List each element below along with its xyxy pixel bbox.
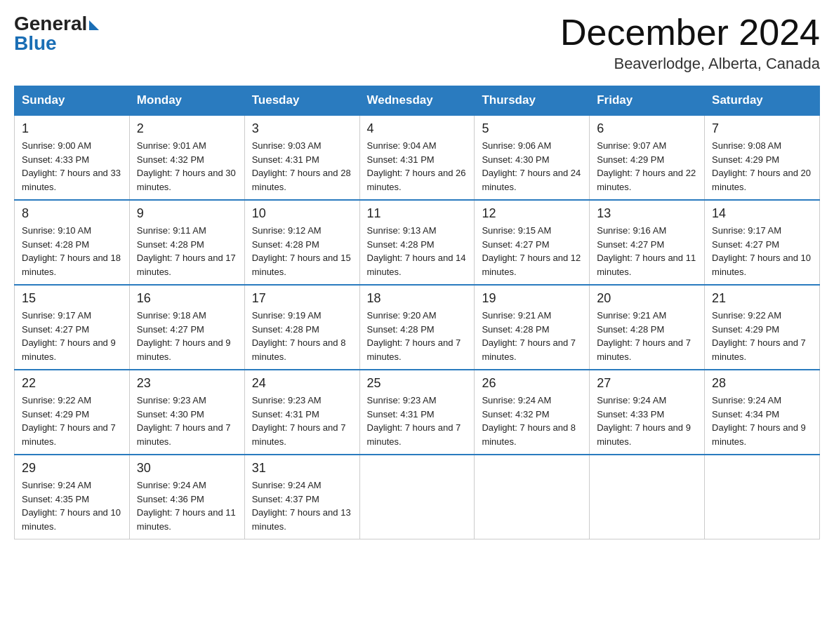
- calendar-cell: 8 Sunrise: 9:10 AMSunset: 4:28 PMDayligh…: [15, 200, 130, 285]
- day-info: Sunrise: 9:07 AMSunset: 4:29 PMDaylight:…: [597, 140, 696, 192]
- day-info: Sunrise: 9:23 AMSunset: 4:31 PMDaylight:…: [367, 395, 461, 447]
- day-number: 12: [482, 206, 582, 221]
- calendar-cell: 25 Sunrise: 9:23 AMSunset: 4:31 PMDaylig…: [359, 370, 475, 455]
- day-number: 10: [252, 206, 352, 221]
- title-area: December 2024 Beaverlodge, Alberta, Cana…: [560, 14, 820, 73]
- calendar-cell: 15 Sunrise: 9:17 AMSunset: 4:27 PMDaylig…: [15, 285, 130, 370]
- day-info: Sunrise: 9:24 AMSunset: 4:37 PMDaylight:…: [252, 480, 351, 532]
- day-header-saturday: Saturday: [705, 86, 820, 116]
- day-number: 17: [252, 291, 352, 306]
- calendar-cell: 2 Sunrise: 9:01 AMSunset: 4:32 PMDayligh…: [129, 115, 244, 200]
- calendar-cell: [590, 455, 705, 539]
- day-info: Sunrise: 9:03 AMSunset: 4:31 PMDaylight:…: [252, 140, 351, 192]
- day-info: Sunrise: 9:10 AMSunset: 4:28 PMDaylight:…: [22, 225, 121, 277]
- day-number: 16: [137, 291, 237, 306]
- day-number: 22: [22, 376, 122, 391]
- logo-arrow-icon: [89, 20, 99, 30]
- day-number: 2: [137, 121, 237, 136]
- day-number: 27: [597, 376, 697, 391]
- day-header-tuesday: Tuesday: [244, 86, 359, 116]
- day-info: Sunrise: 9:01 AMSunset: 4:32 PMDaylight:…: [137, 140, 236, 192]
- day-info: Sunrise: 9:17 AMSunset: 4:27 PMDaylight:…: [712, 225, 811, 277]
- day-info: Sunrise: 9:21 AMSunset: 4:28 PMDaylight:…: [597, 310, 691, 362]
- calendar-cell: 10 Sunrise: 9:12 AMSunset: 4:28 PMDaylig…: [244, 200, 359, 285]
- day-info: Sunrise: 9:23 AMSunset: 4:30 PMDaylight:…: [137, 395, 231, 447]
- day-number: 29: [22, 461, 122, 476]
- day-info: Sunrise: 9:22 AMSunset: 4:29 PMDaylight:…: [712, 310, 806, 362]
- day-info: Sunrise: 9:24 AMSunset: 4:34 PMDaylight:…: [712, 395, 806, 447]
- day-info: Sunrise: 9:13 AMSunset: 4:28 PMDaylight:…: [367, 225, 466, 277]
- day-number: 7: [712, 121, 812, 136]
- day-info: Sunrise: 9:15 AMSunset: 4:27 PMDaylight:…: [482, 225, 581, 277]
- calendar-cell: 12 Sunrise: 9:15 AMSunset: 4:27 PMDaylig…: [475, 200, 590, 285]
- calendar-cell: 1 Sunrise: 9:00 AMSunset: 4:33 PMDayligh…: [15, 115, 130, 200]
- day-info: Sunrise: 9:00 AMSunset: 4:33 PMDaylight:…: [22, 140, 121, 192]
- day-number: 28: [712, 376, 812, 391]
- day-number: 19: [482, 291, 582, 306]
- day-info: Sunrise: 9:12 AMSunset: 4:28 PMDaylight:…: [252, 225, 351, 277]
- calendar-cell: 7 Sunrise: 9:08 AMSunset: 4:29 PMDayligh…: [705, 115, 820, 200]
- day-number: 21: [712, 291, 812, 306]
- calendar-cell: 18 Sunrise: 9:20 AMSunset: 4:28 PMDaylig…: [359, 285, 475, 370]
- day-number: 4: [367, 121, 468, 136]
- page-header: General Blue December 2024 Beaverlodge, …: [14, 14, 820, 73]
- day-number: 8: [22, 206, 122, 221]
- day-info: Sunrise: 9:24 AMSunset: 4:36 PMDaylight:…: [137, 480, 236, 532]
- calendar-cell: [359, 455, 475, 539]
- calendar-cell: 30 Sunrise: 9:24 AMSunset: 4:36 PMDaylig…: [129, 455, 244, 539]
- month-title: December 2024: [560, 14, 820, 51]
- calendar-cell: 20 Sunrise: 9:21 AMSunset: 4:28 PMDaylig…: [590, 285, 705, 370]
- day-number: 14: [712, 206, 812, 221]
- day-info: Sunrise: 9:22 AMSunset: 4:29 PMDaylight:…: [22, 395, 116, 447]
- day-number: 31: [252, 461, 352, 476]
- calendar-week-row: 8 Sunrise: 9:10 AMSunset: 4:28 PMDayligh…: [15, 200, 820, 285]
- logo-general-text: General: [14, 14, 87, 34]
- calendar-table: SundayMondayTuesdayWednesdayThursdayFrid…: [14, 86, 820, 539]
- day-number: 23: [137, 376, 237, 391]
- day-number: 3: [252, 121, 352, 136]
- calendar-cell: 3 Sunrise: 9:03 AMSunset: 4:31 PMDayligh…: [244, 115, 359, 200]
- calendar-cell: 5 Sunrise: 9:06 AMSunset: 4:30 PMDayligh…: [475, 115, 590, 200]
- calendar-cell: 14 Sunrise: 9:17 AMSunset: 4:27 PMDaylig…: [705, 200, 820, 285]
- day-number: 11: [367, 206, 468, 221]
- calendar-cell: [705, 455, 820, 539]
- calendar-cell: 13 Sunrise: 9:16 AMSunset: 4:27 PMDaylig…: [590, 200, 705, 285]
- day-info: Sunrise: 9:20 AMSunset: 4:28 PMDaylight:…: [367, 310, 461, 362]
- logo: General Blue: [14, 14, 99, 55]
- day-number: 26: [482, 376, 582, 391]
- day-header-friday: Friday: [590, 86, 705, 116]
- calendar-cell: 6 Sunrise: 9:07 AMSunset: 4:29 PMDayligh…: [590, 115, 705, 200]
- day-number: 1: [22, 121, 122, 136]
- calendar-cell: 19 Sunrise: 9:21 AMSunset: 4:28 PMDaylig…: [475, 285, 590, 370]
- day-info: Sunrise: 9:04 AMSunset: 4:31 PMDaylight:…: [367, 140, 466, 192]
- calendar-cell: 11 Sunrise: 9:13 AMSunset: 4:28 PMDaylig…: [359, 200, 475, 285]
- day-info: Sunrise: 9:23 AMSunset: 4:31 PMDaylight:…: [252, 395, 346, 447]
- calendar-week-row: 29 Sunrise: 9:24 AMSunset: 4:35 PMDaylig…: [15, 455, 820, 539]
- day-number: 24: [252, 376, 352, 391]
- day-number: 6: [597, 121, 697, 136]
- day-header-wednesday: Wednesday: [359, 86, 475, 116]
- day-header-monday: Monday: [129, 86, 244, 116]
- location: Beaverlodge, Alberta, Canada: [560, 55, 820, 73]
- day-number: 18: [367, 291, 468, 306]
- calendar-week-row: 1 Sunrise: 9:00 AMSunset: 4:33 PMDayligh…: [15, 115, 820, 200]
- calendar-cell: 29 Sunrise: 9:24 AMSunset: 4:35 PMDaylig…: [15, 455, 130, 539]
- calendar-cell: 31 Sunrise: 9:24 AMSunset: 4:37 PMDaylig…: [244, 455, 359, 539]
- day-info: Sunrise: 9:19 AMSunset: 4:28 PMDaylight:…: [252, 310, 346, 362]
- day-info: Sunrise: 9:08 AMSunset: 4:29 PMDaylight:…: [712, 140, 811, 192]
- day-info: Sunrise: 9:06 AMSunset: 4:30 PMDaylight:…: [482, 140, 581, 192]
- calendar-cell: 27 Sunrise: 9:24 AMSunset: 4:33 PMDaylig…: [590, 370, 705, 455]
- day-info: Sunrise: 9:16 AMSunset: 4:27 PMDaylight:…: [597, 225, 696, 277]
- calendar-cell: 21 Sunrise: 9:22 AMSunset: 4:29 PMDaylig…: [705, 285, 820, 370]
- calendar-cell: 26 Sunrise: 9:24 AMSunset: 4:32 PMDaylig…: [475, 370, 590, 455]
- day-header-thursday: Thursday: [475, 86, 590, 116]
- day-info: Sunrise: 9:18 AMSunset: 4:27 PMDaylight:…: [137, 310, 231, 362]
- calendar-cell: 22 Sunrise: 9:22 AMSunset: 4:29 PMDaylig…: [15, 370, 130, 455]
- logo-blue-text: Blue: [14, 32, 57, 55]
- calendar-cell: 17 Sunrise: 9:19 AMSunset: 4:28 PMDaylig…: [244, 285, 359, 370]
- day-number: 15: [22, 291, 122, 306]
- calendar-cell: 9 Sunrise: 9:11 AMSunset: 4:28 PMDayligh…: [129, 200, 244, 285]
- day-info: Sunrise: 9:21 AMSunset: 4:28 PMDaylight:…: [482, 310, 576, 362]
- day-number: 9: [137, 206, 237, 221]
- day-number: 25: [367, 376, 468, 391]
